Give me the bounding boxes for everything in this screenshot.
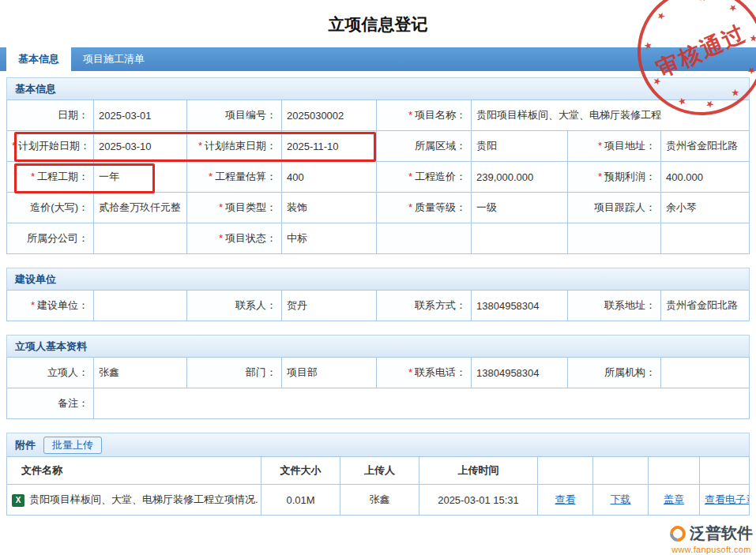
- label-text: 质量等级：: [415, 201, 466, 213]
- section-title-builder: 建设单位: [6, 268, 750, 290]
- view-link[interactable]: 查看: [555, 493, 576, 505]
- fanpu-logo-icon: [667, 522, 689, 544]
- project-tracker-label: 项目跟踪人：: [568, 193, 661, 223]
- empty-cell: [700, 457, 750, 485]
- file-size-header: 文件大小: [261, 457, 340, 485]
- quantity-estimate-value: 400: [282, 162, 377, 193]
- duration-value: 一年: [94, 162, 187, 193]
- table-row: 所属分公司： *项目状态： 中标: [7, 223, 750, 254]
- file-name-text: 贵阳项目样板间、大堂、电梯厅装修工程立项情况.: [29, 493, 258, 505]
- excel-file-icon: [12, 494, 24, 507]
- initiator-table: 立项人： 张鑫 部门： 项目部 *联系电话： 13804958304 所属机构：…: [6, 357, 750, 419]
- download-link[interactable]: 下载: [611, 493, 631, 505]
- project-type-value: 装饰: [282, 193, 377, 223]
- required-star: *: [219, 201, 223, 213]
- table-row: *工程工期： 一年 *工程量估算： 400 *工程造价： 239,000.000…: [7, 162, 750, 193]
- view-e-stamp-link[interactable]: 查看电子章: [705, 493, 750, 505]
- label-text: 工程造价：: [415, 171, 466, 182]
- section-title-initiator: 立项人基本资料: [6, 335, 750, 357]
- table-row: 备注：: [7, 388, 750, 419]
- label-text: 日期：: [58, 109, 88, 121]
- organization-value: [661, 358, 750, 388]
- label-text: 备注：: [58, 397, 88, 409]
- label-text: 计划结束日期：: [205, 140, 276, 152]
- initiator-label: 立项人：: [7, 358, 94, 388]
- label-text: 项目名称：: [415, 109, 466, 121]
- tab-construction-list[interactable]: 项目施工清单: [71, 47, 156, 71]
- basic-info-table-wrap: 日期： 2025-03-01 项目编号： 2025030002 *项目名称： 贵…: [6, 99, 750, 254]
- label-text: 立项人：: [47, 366, 88, 378]
- attachments-table: 文件名称 文件大小 上传人 上传时间 贵阳项目样板间、大堂、电梯厅装修工程立项情…: [6, 456, 750, 516]
- empty-cell: [472, 223, 568, 254]
- brand-name: 泛普软件: [690, 523, 753, 544]
- label-text: 建设单位：: [37, 299, 88, 311]
- empty-cell: [661, 223, 750, 254]
- phone-value: 13804958304: [472, 358, 568, 388]
- label-text: 联系电话：: [415, 366, 466, 378]
- empty-cell: [538, 457, 593, 485]
- remark-value: [94, 388, 750, 419]
- branch-company-label: 所属分公司：: [7, 223, 94, 254]
- date-label: 日期：: [7, 100, 94, 131]
- department-value: 项目部: [282, 358, 377, 388]
- uploader-header: 上传人: [340, 457, 419, 485]
- contact-number-label: 联系方式：: [377, 291, 472, 321]
- plan-end-date-value: 2025-11-10: [282, 131, 377, 162]
- label-text: 所属区域：: [415, 140, 466, 152]
- construction-unit-value: [94, 291, 187, 321]
- action-cell: 盖章: [649, 485, 700, 516]
- attachment-row: 贵阳项目样板间、大堂、电梯厅装修工程立项情况. 0.01M 张鑫 2025-03…: [7, 485, 750, 516]
- tab-bar: 基本信息 项目施工清单: [0, 47, 756, 71]
- required-star: *: [408, 171, 412, 182]
- stamp-link[interactable]: 盖章: [664, 493, 684, 505]
- attachments-header-row: 文件名称 文件大小 上传人 上传时间: [7, 457, 750, 485]
- batch-upload-button[interactable]: 批量上传: [43, 437, 102, 454]
- empty-cell: [649, 457, 700, 485]
- brand-url: www.fanpusoft.com: [670, 545, 753, 554]
- required-star: *: [12, 140, 16, 152]
- tab-basic-info[interactable]: 基本信息: [6, 47, 71, 71]
- organization-label: 所属机构：: [568, 358, 661, 388]
- label-text: 预期利润：: [604, 171, 656, 182]
- expected-profit-label: *预期利润：: [568, 162, 661, 193]
- basic-info-table: 日期： 2025-03-01 项目编号： 2025030002 *项目名称： 贵…: [6, 99, 750, 254]
- expected-profit-value: 400.000: [661, 162, 750, 193]
- action-cell: 下载: [593, 485, 649, 516]
- required-star: *: [219, 232, 223, 244]
- table-row: 立项人： 张鑫 部门： 项目部 *联系电话： 13804958304 所属机构：: [7, 358, 750, 388]
- label-text: 项目地址：: [604, 140, 656, 152]
- contact-address-label: 联系地址：: [568, 291, 661, 321]
- table-row: *建设单位： 联系人： 贺丹 联系方式： 13804958304 联系地址： 贵…: [7, 291, 750, 321]
- table-row: *计划开始日期： 2025-03-10 *计划结束日期： 2025-11-10 …: [7, 131, 750, 162]
- quality-grade-value: 一级: [472, 193, 568, 223]
- project-address-label: *项目地址：: [568, 131, 661, 162]
- project-tracker-value: 余小琴: [661, 193, 750, 223]
- project-address-value: 贵州省金阳北路: [661, 131, 750, 162]
- empty-cell: [377, 223, 472, 254]
- section-title-attachments: 附件 批量上传: [6, 433, 750, 456]
- required-star: *: [598, 171, 602, 182]
- form-content: 基本信息 日期： 2025-03-01 项目编号： 2025030002 *项目…: [0, 71, 756, 516]
- region-value: 贵阳: [472, 131, 568, 162]
- label-text: 所属分公司：: [27, 232, 88, 244]
- label-text: 计划开始日期：: [18, 140, 90, 152]
- attachments-title: 附件: [15, 434, 36, 456]
- label-text: 联系人：: [235, 299, 276, 311]
- action-cell: 查看: [538, 485, 593, 516]
- project-name-label: *项目名称：: [377, 100, 472, 131]
- builder-table: *建设单位： 联系人： 贺丹 联系方式： 13804958304 联系地址： 贵…: [6, 290, 750, 321]
- upload-time-header: 上传时间: [419, 457, 538, 485]
- label-text: 项目状态：: [225, 232, 276, 244]
- label-text: 联系地址：: [604, 299, 656, 311]
- empty-cell: [568, 223, 661, 254]
- contact-number-value: 13804958304: [472, 291, 568, 321]
- contact-person-value: 贺丹: [282, 291, 377, 321]
- empty-cell: [593, 457, 649, 485]
- contact-address-value: 贵州省金阳北路: [661, 291, 750, 321]
- quality-grade-label: *质量等级：: [377, 193, 472, 223]
- project-no-label: 项目编号：: [187, 100, 282, 131]
- cost-in-words-label: 造价(大写)：: [7, 193, 94, 223]
- label-text: 部门：: [246, 366, 276, 378]
- label-text: 工程量估算：: [215, 171, 276, 182]
- contact-person-label: 联系人：: [187, 291, 282, 321]
